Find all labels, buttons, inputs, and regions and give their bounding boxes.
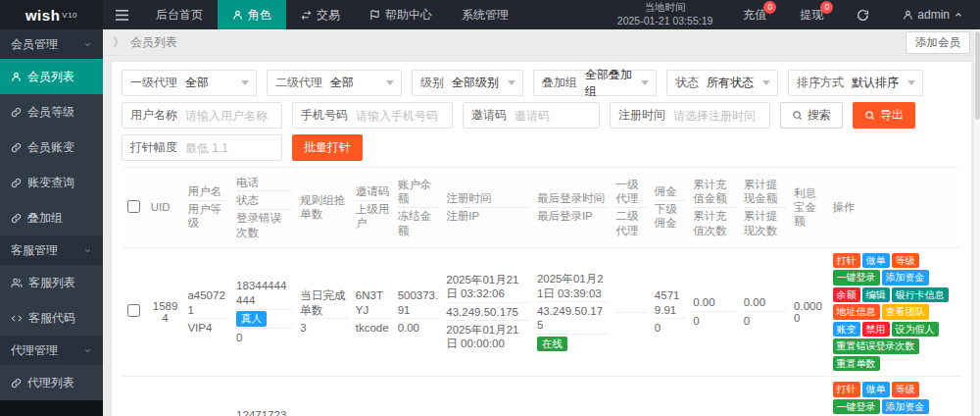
user-menu[interactable]: admin — [886, 0, 980, 29]
scrollbar-thumb[interactable] — [975, 31, 980, 120]
interest-cell: 0.0000 — [790, 247, 828, 377]
col-withdraw: 累计提现金额累计提现次数 — [740, 168, 790, 248]
op-disable-button[interactable]: 禁用 — [862, 322, 890, 338]
filter-row-inputs: 用户名称 手机号码 邀请码 注册时间 搜索 导出 — [122, 102, 961, 129]
select-stack-group[interactable]: 叠加组 全部叠加组 — [533, 70, 657, 96]
col-recharge: 累计充值金额累计充值次数 — [689, 168, 739, 248]
sidebar-item-change-query[interactable]: 账变查询 — [0, 165, 103, 200]
op-set-fake-button[interactable]: 设为假人 — [892, 322, 939, 338]
select-all-checkbox[interactable] — [127, 200, 140, 213]
scrollbar[interactable] — [973, 29, 980, 416]
phone-input[interactable] — [356, 104, 452, 127]
op-level-button[interactable]: 等级 — [892, 382, 919, 397]
local-time: 当地时间 2025-01-21 03:55:19 — [604, 0, 727, 29]
op-balance-button[interactable]: 余额 — [833, 287, 860, 303]
breadcrumb-prefix: 》 — [113, 34, 124, 51]
op-add-funds-button[interactable]: 添加资金 — [882, 399, 929, 415]
op-add-funds-button[interactable]: 添加资金 — [882, 270, 929, 286]
refresh-button[interactable] — [840, 0, 886, 29]
export-button[interactable]: 导出 — [853, 102, 915, 129]
sidebar-section-agents[interactable]: 代理管理 — [0, 336, 103, 365]
inject-range-input[interactable] — [185, 136, 281, 159]
table-header-row: UID 用户名用户等级 电话状态登录错误次数 规则组抢单数 邀请码上级用户 账户… — [122, 168, 961, 248]
sidebar-item-stack-group[interactable]: 叠加组 — [0, 200, 103, 235]
invite-code-field-group: 邀请码 — [463, 102, 600, 129]
invite-code-input[interactable] — [514, 104, 599, 127]
select-sort[interactable]: 排序方式 默认排序 — [788, 70, 923, 96]
chevron-down-icon — [386, 80, 394, 85]
menu-item-roles[interactable]: 角色 — [218, 0, 286, 29]
reg-time-input[interactable] — [673, 104, 769, 127]
op-bank-card-button[interactable]: 银行卡信息 — [892, 287, 949, 303]
chevron-down-icon — [762, 80, 770, 85]
batch-inject-button[interactable]: 批量打针 — [292, 134, 363, 161]
username-label: admin — [917, 8, 950, 22]
uid-cell: 15893 — [147, 377, 184, 416]
op-inject-button[interactable]: 打针 — [833, 253, 860, 269]
select-status[interactable]: 状态 所有状态 — [666, 70, 778, 96]
recharge-cell: 0.000 — [689, 377, 739, 416]
online-badge: 在线 — [537, 337, 567, 352]
select-agent2[interactable]: 二级代理 全部 — [267, 70, 402, 96]
register-cell: 2025年01月05日 03:30:01- — [442, 377, 533, 416]
op-inject-button[interactable]: 打针 — [833, 382, 860, 397]
withdraw-button[interactable]: 提现 0 — [783, 0, 840, 29]
select-agent1[interactable]: 一级代理 全部 — [122, 70, 257, 96]
op-make-order-button[interactable]: 做单 — [862, 382, 890, 397]
op-level-button[interactable]: 等级 — [892, 253, 919, 269]
actions-cell: 打针做单等级一键登录添加资金余额编辑银行卡信息地址信息查看团队账变禁用设为假人重… — [829, 377, 962, 416]
op-edit-button[interactable]: 编辑 — [862, 287, 890, 303]
refresh-icon — [857, 9, 869, 22]
interest-cell: 0.0000 — [790, 377, 828, 416]
select-row-checkbox[interactable] — [127, 304, 140, 317]
op-reset-orders-button[interactable]: 重置单数 — [833, 356, 880, 372]
op-make-order-button[interactable]: 做单 — [862, 253, 890, 269]
phone-cell: 18344444444真人0 — [232, 247, 296, 377]
code-icon — [11, 313, 23, 324]
sidebar-section-support[interactable]: 客服管理 — [0, 235, 103, 265]
op-one-click-login-button[interactable]: 一键登录 — [833, 270, 880, 286]
agents-cell — [612, 247, 650, 377]
table-row: 15894 a450721VIP4 18344444444真人0 当日完成单数3… — [122, 247, 961, 377]
chevron-down-icon — [241, 80, 249, 85]
link-icon — [11, 107, 22, 118]
add-member-button[interactable]: 添加会员 — [906, 31, 970, 54]
username-input[interactable] — [185, 104, 281, 127]
sidebar-item-support-list[interactable]: 客服列表 — [0, 265, 103, 300]
sidebar-section-members[interactable]: 会员管理 — [0, 29, 103, 59]
col-username: 用户名用户等级 — [183, 168, 232, 248]
time-value: 2025-01-21 03:55:19 — [617, 15, 713, 28]
agents-cell — [612, 377, 650, 416]
username-cell: a450721VIP4 — [183, 247, 232, 377]
recharge-button[interactable]: 充值 0 — [726, 0, 783, 29]
op-address-button[interactable]: 地址信息 — [833, 304, 880, 320]
menu-item-help[interactable]: 帮助中心 — [355, 0, 447, 29]
sidebar-item-member-levels[interactable]: 会员等级 — [0, 94, 103, 130]
col-invite: 邀请码上级用户 — [352, 168, 394, 248]
link-icon — [11, 142, 22, 153]
col-balance: 账户余额冻结金额 — [394, 168, 443, 248]
app-logo: wishV10 — [0, 0, 103, 29]
sidebar-item-member-account-changes[interactable]: 会员账变 — [0, 130, 103, 165]
op-account-change-button[interactable]: 账变 — [833, 322, 860, 338]
sidebar-item-agent-list[interactable]: 代理列表 — [0, 365, 103, 400]
exchange-icon — [301, 10, 312, 21]
select-level[interactable]: 级别 全部级别 — [412, 70, 523, 96]
col-interest: 利息宝金额 — [790, 168, 828, 248]
search-button[interactable]: 搜索 — [780, 102, 843, 129]
uid-cell: 15894 — [147, 247, 184, 377]
op-view-team-button[interactable]: 查看团队 — [882, 304, 929, 320]
logo-text: wish — [25, 7, 60, 24]
op-one-click-login-button[interactable]: 一键登录 — [833, 399, 880, 415]
op-reset-login-errors-button[interactable]: 重置错误登录次数 — [833, 338, 919, 354]
phone-field-group: 手机号码 — [292, 102, 453, 129]
sidebar-item-support-code[interactable]: 客服代码 — [0, 300, 103, 336]
menu-item-dashboard[interactable]: 后台首页 — [141, 0, 218, 29]
hamburger-icon[interactable] — [103, 0, 141, 29]
menu-item-trade[interactable]: 交易 — [286, 0, 355, 29]
commission-cell: 04571.99 — [651, 377, 689, 416]
menu-item-system[interactable]: 系统管理 — [447, 0, 523, 29]
table-row: 15893 tkcodeVIP0 1247172371真人0 当日完成单数0 J… — [122, 377, 961, 416]
col-register: 注册时间注册IP — [442, 168, 533, 248]
sidebar-item-member-list[interactable]: 会员列表 — [0, 59, 103, 94]
